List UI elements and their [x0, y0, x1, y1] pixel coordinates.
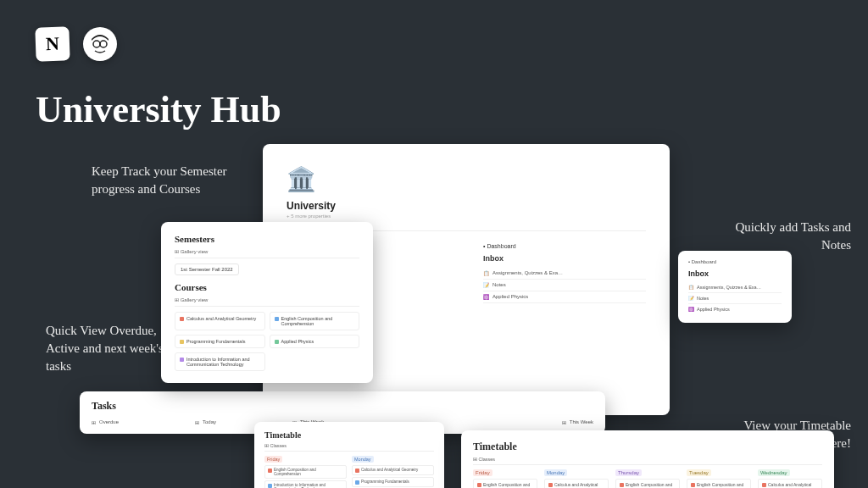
task-tab-thisweek[interactable]: ⊞This Week	[562, 419, 593, 425]
timetable-day-column: ThursdayEnglish Composition and Comprehe…	[615, 469, 680, 488]
task-tab-overdue[interactable]: ⊞Overdue	[92, 419, 119, 425]
timetable-class-item[interactable]: Calculus and Analytical Geometry	[544, 479, 609, 488]
timetable-class-item[interactable]: English Composition and Comprehension	[264, 465, 347, 479]
day-header: Tuesday	[687, 469, 711, 476]
timetable-class-item[interactable]: Calculus and Analytical Geometry	[758, 479, 822, 488]
inbox-item[interactable]: ⚛️Applied Physics	[483, 291, 646, 303]
day-header: Monday	[544, 469, 567, 476]
day-header: Thursday	[615, 469, 642, 476]
timetable-card-big: Timetable ⊞ Classes FridayEnglish Compos…	[461, 430, 834, 488]
creator-avatar-icon	[83, 27, 117, 61]
inbox-item[interactable]: 📝Notes	[688, 293, 782, 304]
dashboard-label: • Dashboard	[483, 243, 646, 249]
hero-title: University Hub	[36, 88, 281, 131]
gallery-view-tab[interactable]: ⊞ Gallery view	[175, 297, 359, 307]
annotation-semesters: Keep Track your Semester progress and Co…	[92, 163, 227, 198]
classes-view-tab[interactable]: ⊞ Classes	[264, 443, 434, 452]
timetable-class-item[interactable]: Calculus and Analytical Geometry	[352, 465, 434, 475]
notion-logo-icon: N	[35, 26, 70, 61]
timetable-day-column: TuesdayEnglish Composition and Comprehen…	[687, 469, 751, 488]
timetable-heading: Timetable	[473, 441, 822, 453]
inbox-heading: Inbox	[688, 269, 782, 278]
course-item[interactable]: English Composition and Comprehension	[270, 312, 360, 330]
timetable-day-column: MondayCalculus and Analytical GeometryPr…	[352, 456, 434, 488]
courses-heading: Courses	[175, 282, 359, 292]
timetable-class-item[interactable]: English Composition and Comprehension	[615, 479, 680, 488]
day-header: Friday	[264, 456, 282, 463]
timetable-heading: Timetable	[264, 430, 434, 440]
classes-view-tab[interactable]: ⊞ Classes	[473, 457, 822, 465]
course-item[interactable]: Applied Physics	[270, 335, 360, 348]
dashboard-crumb[interactable]: • Dashboard	[688, 259, 782, 264]
timetable-day-column: FridayEnglish Composition and Comprehens…	[473, 469, 537, 488]
timetable-class-item[interactable]: English Composition and Comprehension	[687, 479, 751, 488]
timetable-class-item[interactable]: English Composition and Comprehension	[473, 479, 537, 488]
semesters-heading: Semesters	[175, 234, 359, 244]
course-item[interactable]: Calculus and Analytical Geometry	[175, 312, 265, 330]
university-icon: 🏛️	[287, 164, 315, 193]
timetable-day-column: MondayCalculus and Analytical GeometryPr…	[544, 469, 609, 488]
logo-row: N	[36, 27, 117, 61]
semester-card-item[interactable]: 1st Semester Fall 2022	[175, 263, 239, 275]
timetable-card-small: Timetable ⊞ Classes FridayEnglish Compos…	[254, 422, 444, 488]
timetable-class-item[interactable]: Programming Fundamentals	[352, 477, 434, 487]
inbox-item[interactable]: ⚛️Applied Physics	[688, 304, 782, 314]
inbox-heading: Inbox	[483, 254, 646, 263]
timetable-day-column: FridayEnglish Composition and Comprehens…	[264, 456, 347, 488]
task-tab-today[interactable]: ⊞Today	[195, 419, 216, 425]
gallery-view-tab[interactable]: ⊞ Gallery view	[175, 248, 359, 258]
tasks-heading: Tasks	[92, 400, 593, 413]
annotation-inbox: Quickly add Tasks and Notes	[724, 219, 851, 254]
course-item[interactable]: Introduction to Information and Communic…	[175, 352, 265, 371]
day-header: Monday	[352, 456, 374, 463]
timetable-class-item[interactable]: Introduction to Information and Communic…	[264, 480, 347, 488]
semesters-card: Semesters ⊞ Gallery view 1st Semester Fa…	[161, 222, 373, 383]
day-header: Friday	[473, 469, 492, 476]
logo-letter: N	[46, 33, 60, 56]
page-properties-link[interactable]: + 5 more properties	[287, 214, 646, 219]
course-item[interactable]: Programming Fundamentals	[175, 335, 265, 348]
day-header: Wednesday	[758, 469, 790, 476]
inbox-card: • Dashboard Inbox 📋Assignments, Quizzes …	[678, 251, 792, 323]
timetable-day-column: WednesdayCalculus and Analytical Geometr…	[758, 469, 822, 488]
inbox-item[interactable]: 📋Assignments, Quizzes & Exa…	[688, 282, 782, 293]
inbox-item[interactable]: 📝Notes	[483, 280, 646, 291]
inbox-item[interactable]: 📋Assignments, Quizzes & Exa…	[483, 268, 646, 280]
page-title: University	[287, 200, 646, 212]
